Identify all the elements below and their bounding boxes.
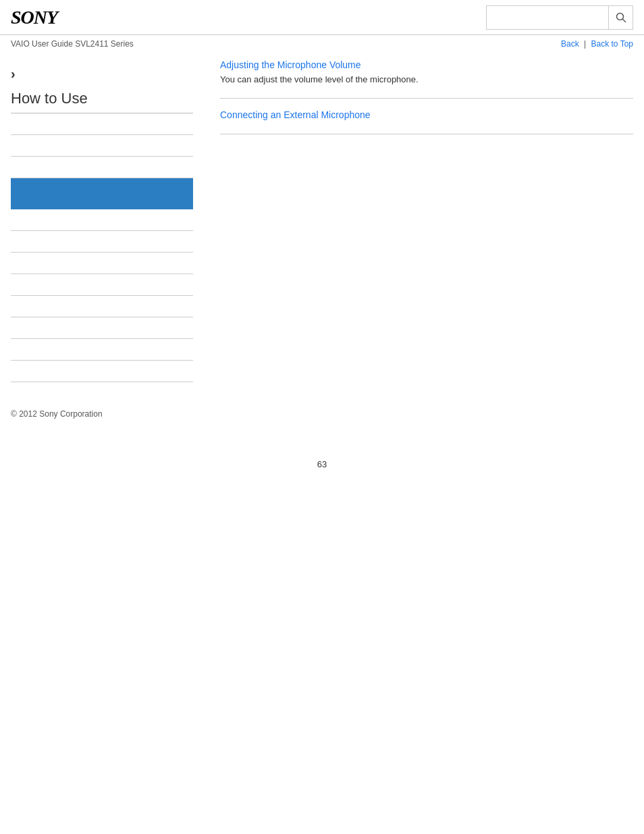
content-section-1: Adjusting the Microphone Volume You can … [220, 59, 633, 84]
sidebar: › How to Use [11, 59, 207, 382]
search-button[interactable] [608, 6, 633, 29]
sidebar-section-title[interactable]: How to Use [11, 90, 193, 113]
sidebar-item-7[interactable] [11, 253, 193, 274]
content-section-2: Connecting an External Microphone [220, 109, 633, 120]
nav-separator: | [584, 39, 586, 49]
sidebar-item-1[interactable] [11, 113, 193, 135]
breadcrumb-arrow[interactable]: › [11, 66, 193, 82]
content-area: Adjusting the Microphone Volume You can … [207, 59, 633, 382]
sidebar-item-9[interactable] [11, 296, 193, 317]
copyright-text: © 2012 Sony Corporation [11, 409, 103, 419]
sidebar-item-6[interactable] [11, 231, 193, 253]
back-to-top-link[interactable]: Back to Top [591, 39, 633, 49]
sidebar-item-active[interactable] [11, 178, 193, 209]
search-icon [616, 12, 626, 23]
main-content: › How to Use Adjusting the Microphone Vo… [0, 53, 644, 396]
sony-logo: SONY [11, 7, 57, 28]
page-header: SONY [0, 0, 644, 35]
adjusting-microphone-description: You can adjust the volume level of the m… [220, 74, 633, 84]
adjusting-microphone-link[interactable]: Adjusting the Microphone Volume [220, 59, 633, 70]
search-input[interactable] [487, 6, 608, 29]
search-box [486, 5, 633, 30]
sidebar-item-11[interactable] [11, 339, 193, 361]
nav-links: Back | Back to Top [561, 39, 633, 49]
sidebar-item-3[interactable] [11, 157, 193, 178]
sidebar-item-2[interactable] [11, 135, 193, 157]
svg-line-1 [622, 19, 625, 22]
divider-1 [220, 98, 633, 99]
divider-2 [220, 134, 633, 134]
sidebar-item-5[interactable] [11, 209, 193, 231]
footer: © 2012 Sony Corporation [0, 396, 644, 432]
guide-title: VAIO User Guide SVL2411 Series [11, 39, 134, 49]
subheader: VAIO User Guide SVL2411 Series Back | Ba… [0, 35, 644, 53]
page-number: 63 [0, 459, 644, 483]
back-link[interactable]: Back [561, 39, 579, 49]
connecting-microphone-link[interactable]: Connecting an External Microphone [220, 109, 633, 120]
sidebar-item-12[interactable] [11, 361, 193, 382]
sidebar-item-10[interactable] [11, 317, 193, 339]
sidebar-item-8[interactable] [11, 274, 193, 296]
